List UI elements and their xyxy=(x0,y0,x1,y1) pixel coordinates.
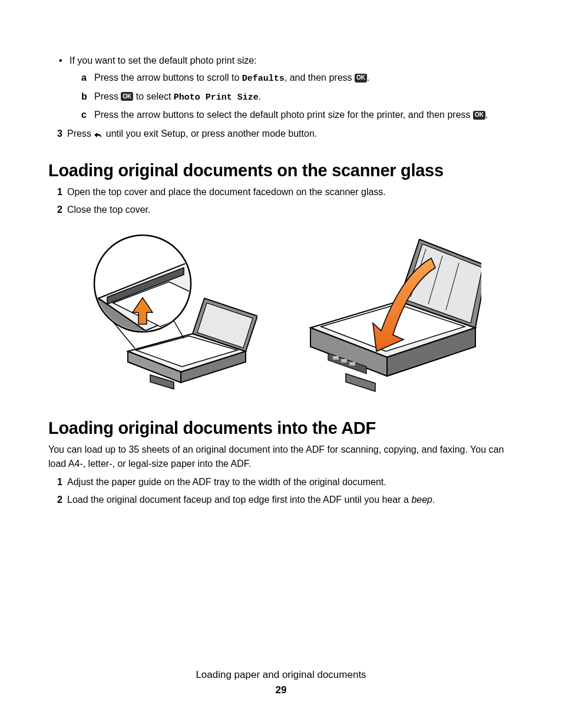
svg-rect-21 xyxy=(333,356,339,360)
num-1: 1 xyxy=(48,185,62,199)
heading-scanner-glass: Loading original documents on the scanne… xyxy=(48,161,514,180)
step-b-text: Press OK to select Photo Print Size. xyxy=(94,90,261,105)
adf-step-1: 1 Adjust the paper guide on the ADF tray… xyxy=(48,475,514,489)
text-fragment: Press xyxy=(94,91,121,101)
text-fragment: to select xyxy=(133,91,173,101)
num-list-top: 3 Press until you exit Setup, or press a… xyxy=(48,127,514,141)
heading-adf: Loading original documents into the ADF xyxy=(48,419,514,438)
svg-marker-24 xyxy=(346,374,375,391)
page-content: If you want to set the default photo pri… xyxy=(0,0,562,507)
adf-steps: 1 Adjust the paper guide on the ADF tray… xyxy=(48,475,514,507)
step-b: b Press OK to select Photo Print Size. xyxy=(81,90,514,105)
letter-c: c xyxy=(81,108,94,122)
text-fragment: Press xyxy=(67,129,94,139)
beep-italic: beep xyxy=(411,495,432,505)
letter-a: a xyxy=(81,71,94,85)
step-c: c Press the arrow buttons to select the … xyxy=(81,108,514,122)
figures-row xyxy=(48,228,514,398)
text-fragment: Load the original document faceup and to… xyxy=(67,495,411,505)
adf-step-2-text: Load the original document faceup and to… xyxy=(67,493,435,507)
step-c-text: Press the arrow buttons to select the de… xyxy=(94,108,488,122)
scanner-step-2: 2 Close the top cover. xyxy=(48,203,514,217)
back-icon xyxy=(94,130,103,138)
text-fragment: Press the arrow buttons to scroll to xyxy=(94,73,242,83)
text-fragment: . xyxy=(367,73,369,83)
adf-step-1-text: Adjust the paper guide on the ADF tray t… xyxy=(67,475,386,489)
adf-step-2: 2 Load the original document faceup and … xyxy=(48,493,514,507)
mono-photo-print-size: Photo Print Size xyxy=(174,93,259,103)
step-a-text: Press the arrow buttons to scroll to Def… xyxy=(94,71,369,86)
num-2: 2 xyxy=(48,493,62,507)
num-1: 1 xyxy=(48,475,62,489)
text-fragment: . xyxy=(259,91,261,101)
scanner-step-2-text: Close the top cover. xyxy=(67,203,150,217)
text-fragment: until you exit Setup, or press another m… xyxy=(103,129,317,139)
figure-scanner-close xyxy=(305,228,481,398)
figure-scanner-detail xyxy=(81,228,257,398)
mono-defaults: Defaults xyxy=(242,74,285,84)
ok-icon: OK xyxy=(121,92,133,101)
scanner-step-1-text: Open the top cover and place the documen… xyxy=(67,185,386,199)
num-2: 2 xyxy=(48,203,62,217)
footer-chapter-title: Loading paper and original documents xyxy=(0,669,562,681)
letter-b: b xyxy=(81,90,94,104)
text-fragment: . xyxy=(485,110,488,120)
text-fragment: , and then press xyxy=(285,73,355,83)
ok-icon: OK xyxy=(473,111,485,120)
bullet-lead: If you want to set the default photo pri… xyxy=(70,54,514,67)
step-a: a Press the arrow buttons to scroll to D… xyxy=(81,71,514,86)
step-3: 3 Press until you exit Setup, or press a… xyxy=(48,127,514,141)
text-fragment: Press the arrow buttons to select the de… xyxy=(94,110,473,120)
num-3: 3 xyxy=(48,127,62,141)
svg-rect-23 xyxy=(349,362,355,365)
scanner-steps: 1 Open the top cover and place the docum… xyxy=(48,185,514,217)
footer-page-number: 29 xyxy=(0,684,562,696)
text-fragment: . xyxy=(432,495,435,505)
scanner-step-1: 1 Open the top cover and place the docum… xyxy=(48,185,514,199)
svg-line-14 xyxy=(174,321,184,338)
ok-icon: OK xyxy=(355,74,367,83)
adf-paragraph: You can load up to 35 sheets of an origi… xyxy=(48,443,514,470)
step-3-text: Press until you exit Setup, or press ano… xyxy=(67,127,317,141)
svg-rect-22 xyxy=(341,359,347,363)
abc-list: a Press the arrow buttons to scroll to D… xyxy=(81,71,514,122)
page-footer: Loading paper and original documents 29 xyxy=(0,669,562,696)
